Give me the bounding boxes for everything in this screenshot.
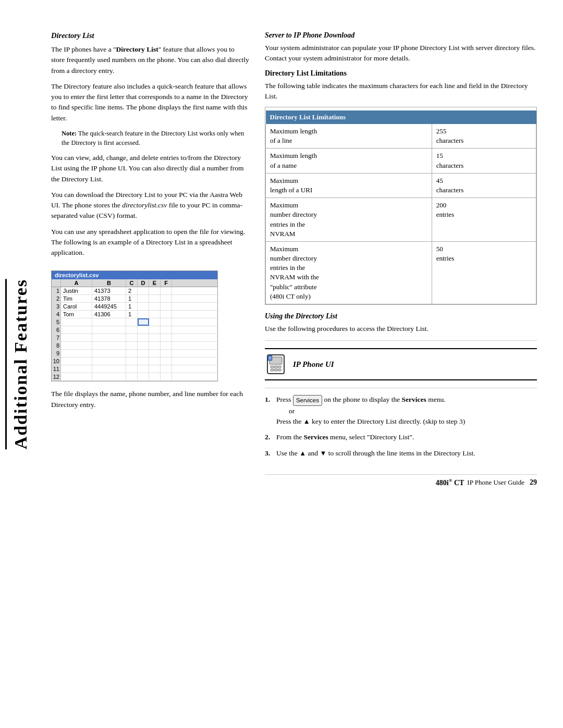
ss-cell-4e	[149, 311, 161, 318]
step-3: 3. Use the ▲ and ▼ to scroll through the…	[265, 448, 537, 459]
para2: The Directory feature also includes a qu…	[51, 81, 249, 124]
para6: The file displays the name, phone number…	[51, 389, 249, 410]
para5: You can use any spreadsheet application …	[51, 227, 249, 258]
svg-rect-3	[274, 366, 277, 368]
ss-cell-2f	[161, 295, 172, 302]
ss-rnum-3: 3	[52, 303, 61, 310]
ss-cell-4d	[138, 311, 149, 318]
ss-cell-1c: 2	[126, 287, 138, 294]
ss-cell-1b: 41373	[92, 287, 126, 294]
limitations-table-wrapper: Directory List Limitations Maximum lengt…	[265, 107, 537, 305]
two-column-layout: Directory List The IP phones have a "Dir…	[51, 31, 537, 697]
svg-rect-2	[271, 366, 274, 368]
ss-rnum-1: 1	[52, 287, 61, 294]
ss-cell-2d	[138, 295, 149, 302]
table-row: Maximum lengthof a name 15characters	[266, 149, 536, 173]
right-column: Server to IP Phone Download Your system …	[265, 31, 537, 697]
step-3-num: 3.	[265, 448, 273, 459]
para4: You can download the Directory List to y…	[51, 190, 249, 221]
server-section-title: Server to IP Phone Download	[265, 31, 537, 40]
ss-rnum-4: 4	[52, 311, 61, 318]
up-arrow-icon-2: ▲	[299, 449, 306, 457]
table-cell-val-4: 200entries	[432, 198, 536, 242]
step-2-num: 2.	[265, 432, 273, 442]
directory-list-title: Directory List	[51, 31, 249, 40]
ss-cell-2c: 1	[126, 295, 138, 302]
side-tab: Additional Features	[0, 0, 35, 728]
footer-guide: IP Phone User Guide	[467, 478, 524, 487]
col-header-num	[52, 279, 61, 287]
content-area: Directory List The IP phones have a "Dir…	[35, 0, 563, 728]
para3: You can view, add, change, and delete en…	[51, 153, 249, 184]
step-2: 2. From the Services menu, select "Direc…	[265, 432, 537, 442]
ss-cell-4a: Tom	[61, 311, 92, 318]
table-header: Directory List Limitations	[266, 110, 536, 124]
phone-icon	[265, 353, 287, 375]
spreadsheet-header: A B C D E F	[52, 279, 217, 287]
limitations-para1: The following table indicates the maximu…	[265, 81, 537, 102]
col-header-a: A	[61, 279, 92, 287]
ss-cell-4c: 1	[126, 311, 138, 318]
up-arrow-icon: ▲	[303, 417, 310, 425]
table-cell-label-2: Maximum lengthof a name	[266, 149, 432, 173]
ss-row-12: 12	[52, 373, 217, 381]
col-header-f: F	[161, 279, 172, 287]
table-cell-label-1: Maximum lengthof a line	[266, 124, 432, 149]
step-3-text: Use the ▲ and ▼ to scroll through the li…	[276, 448, 475, 459]
footer-page-num: 29	[530, 478, 537, 487]
or-text: or	[289, 407, 295, 415]
limitations-section-title: Directory List Limitations	[265, 69, 537, 78]
table-row: Maximumnumber directoryentries in theNVR…	[266, 241, 536, 304]
ss-cell-1d	[138, 287, 149, 294]
svg-rect-4	[278, 366, 281, 368]
ss-row-11: 11	[52, 365, 217, 373]
ss-row-9: 9	[52, 350, 217, 357]
ss-cell-3a: Carol	[61, 303, 92, 310]
ss-cell-1e	[149, 287, 161, 294]
ss-cell-3f	[161, 303, 172, 310]
svg-rect-7	[278, 369, 281, 371]
col-header-c: C	[126, 279, 138, 287]
table-cell-label-3: Maximumlength of a URI	[266, 173, 432, 198]
divider-line	[265, 340, 537, 341]
spreadsheet-title: directorylist.csv	[52, 271, 217, 279]
step-1-num: 1.	[265, 394, 273, 427]
left-column: Directory List The IP phones have a "Dir…	[51, 31, 249, 697]
ss-row-10: 10	[52, 357, 217, 365]
page-container: Additional Features Directory List The I…	[0, 0, 563, 728]
divider-line-bottom	[265, 388, 537, 388]
ss-cell-1f	[161, 287, 172, 294]
para1: The IP phones have a "Directory List" fe…	[51, 44, 249, 76]
ss-row-5: 5	[52, 318, 217, 326]
footer-product: 480i® CT	[436, 478, 464, 487]
step-1: 1. Press Services on the phone to displa…	[265, 394, 537, 427]
ss-row-7: 7	[52, 334, 217, 342]
down-arrow-icon: ▼	[320, 449, 326, 457]
step-2-text: From the Services menu, select "Director…	[276, 432, 414, 442]
table-cell-val-5: 50entries	[432, 241, 536, 304]
services-button[interactable]: Services	[293, 395, 322, 406]
table-row: Maximum lengthof a line 255characters	[266, 124, 536, 149]
limitations-table: Directory List Limitations Maximum lengt…	[265, 110, 536, 304]
ss-row-8: 8	[52, 342, 217, 350]
step-1-text: Press Services on the phone to display t…	[276, 394, 465, 427]
ss-row-6: 6	[52, 326, 217, 334]
svg-rect-6	[274, 369, 277, 371]
using-para1: Use the following procedures to access t…	[265, 324, 537, 334]
ss-cell-2b: 41378	[92, 295, 126, 302]
note-block: Note: The quick-search feature in the Di…	[62, 129, 249, 147]
ss-row-1: 1 Justin 41373 2	[52, 287, 217, 295]
ss-row-4: 4 Tom 41306 1	[52, 311, 217, 318]
note-label: Note:	[62, 130, 77, 137]
side-tab-label: Additional Features	[5, 279, 31, 449]
ss-cell-4b: 41306	[92, 311, 126, 318]
ss-row-3: 3 Carol 4449245 1	[52, 303, 217, 311]
col-header-b: B	[92, 279, 126, 287]
ss-cell-2a: Tim	[61, 295, 92, 302]
steps-list: 1. Press Services on the phone to displa…	[265, 394, 537, 459]
table-row: Maximumnumber directoryentries in theNVR…	[266, 198, 536, 242]
col-header-e: E	[149, 279, 161, 287]
ss-rnum-2: 2	[52, 295, 61, 302]
ss-cell-4f	[161, 311, 172, 318]
table-cell-val-3: 45characters	[432, 173, 536, 198]
